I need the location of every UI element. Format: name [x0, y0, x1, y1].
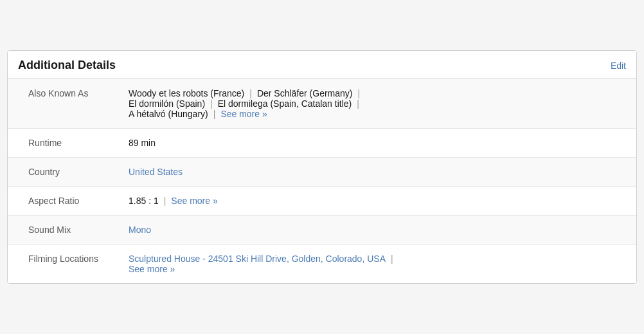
row-label-filming-locations: Filming Locations: [8, 245, 123, 284]
card-header: Additional Details Edit: [8, 51, 636, 79]
table-row: Aspect Ratio1.85 : 1|See more »: [8, 187, 636, 216]
table-row: CountryUnited States: [8, 158, 636, 187]
country-link[interactable]: United States: [129, 167, 183, 177]
aka-line-2: El dormilón (Spain)|El dormilega (Spain,…: [129, 98, 626, 109]
aspect-ratio-value: 1.85 : 1: [129, 196, 159, 206]
edit-link[interactable]: Edit: [611, 60, 626, 71]
aka-entry-4: El dormilega (Spain, Catalan title): [218, 98, 352, 109]
row-value-also-known-as: Woody et les robots (France)|Der Schläfe…: [123, 79, 636, 129]
row-value-sound-mix: Mono: [123, 216, 636, 245]
filming-line-1: Sculptured House - 24501 Ski Hill Drive,…: [129, 254, 626, 264]
filming-separator: |: [391, 254, 393, 264]
aspect-separator: |: [164, 196, 166, 206]
aka-entry-1: Woody et les robots (France): [129, 88, 244, 98]
aka-entry-2: Der Schläfer (Germany): [257, 88, 353, 98]
aka-entry-3: El dormilón (Spain): [129, 98, 205, 109]
row-label-aspect-ratio: Aspect Ratio: [8, 187, 123, 216]
table-row: Sound MixMono: [8, 216, 636, 245]
separator-2: |: [358, 88, 361, 98]
aspect-see-more-link[interactable]: See more »: [171, 196, 217, 206]
row-label-country: Country: [8, 158, 123, 187]
aka-line-1: Woody et les robots (France)|Der Schläfe…: [129, 88, 626, 98]
aka-line-3: A hétalvó (Hungary)|See more »: [129, 109, 626, 119]
aka-entry-5: A hétalvó (Hungary): [129, 109, 208, 119]
filming-see-more-link[interactable]: See more »: [129, 264, 175, 274]
filming-line-2: See more »: [129, 264, 626, 274]
row-value-aspect-ratio: 1.85 : 1|See more »: [123, 187, 636, 216]
row-value-runtime: 89 min: [123, 129, 636, 158]
card-title: Additional Details: [18, 59, 116, 72]
row-label-also-known-as: Also Known As: [8, 79, 123, 129]
table-row: Runtime89 min: [8, 129, 636, 158]
row-label-runtime: Runtime: [8, 129, 123, 158]
sound-mix-link[interactable]: Mono: [129, 225, 151, 235]
separator-1: |: [249, 88, 252, 98]
separator-3: |: [210, 98, 213, 109]
additional-details-card: Additional Details Edit Also Known AsWoo…: [7, 50, 637, 284]
row-label-sound-mix: Sound Mix: [8, 216, 123, 245]
separator-5: |: [213, 109, 216, 119]
table-row: Filming LocationsSculptured House - 2450…: [8, 245, 636, 284]
aka-see-more-link[interactable]: See more »: [220, 109, 267, 119]
row-value-filming-locations: Sculptured House - 24501 Ski Hill Drive,…: [123, 245, 636, 284]
table-row: Also Known AsWoody et les robots (France…: [8, 79, 636, 129]
filming-location-link[interactable]: Sculptured House - 24501 Ski Hill Drive,…: [129, 254, 386, 264]
row-value-country: United States: [123, 158, 636, 187]
details-table: Also Known AsWoody et les robots (France…: [8, 79, 636, 283]
separator-4: |: [357, 98, 359, 109]
